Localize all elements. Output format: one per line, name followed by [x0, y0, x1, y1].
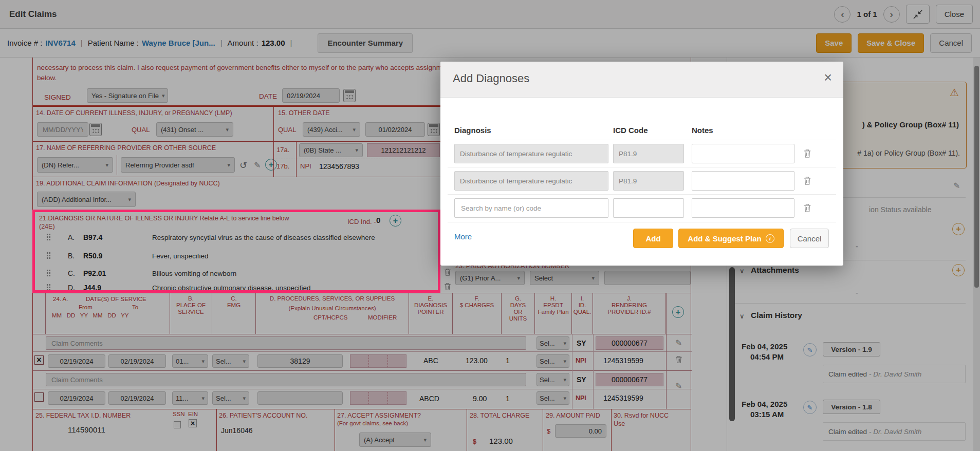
diagnosis-input-disabled: Disturbance of temperature regulatic — [454, 171, 608, 191]
add-diagnoses-modal: Add Diagnoses × Diagnosis ICD Code Notes… — [440, 62, 843, 266]
icd-input-disabled: P81.9 — [613, 171, 684, 191]
divider — [448, 167, 836, 167]
col-icd-code: ICD Code — [613, 126, 648, 135]
icd-input[interactable] — [613, 198, 684, 218]
diagnosis-search-field[interactable] — [460, 204, 603, 213]
modal-title: Add Diagnoses — [453, 72, 529, 85]
divider — [448, 194, 836, 195]
col-diagnosis: Diagnosis — [454, 126, 491, 135]
divider — [448, 140, 836, 140]
notes-field[interactable] — [697, 149, 789, 158]
close-icon[interactable]: × — [824, 70, 832, 86]
more-link[interactable]: More — [454, 232, 472, 241]
trash-icon[interactable] — [803, 149, 811, 158]
edit-claims-screen: Edit Claims ‹ 1 of 1 › Close Invoice # :… — [0, 0, 980, 451]
modal-header: Add Diagnoses × — [440, 62, 843, 98]
icd-field[interactable] — [619, 204, 678, 213]
icd-input-disabled: P81.9 — [613, 144, 684, 163]
trash-icon[interactable] — [803, 203, 811, 213]
diagnosis-search-input[interactable] — [454, 198, 608, 218]
notes-input[interactable] — [692, 144, 794, 163]
add-suggest-plan-button[interactable]: Add & Suggest Plani — [678, 229, 784, 248]
trash-icon[interactable] — [803, 176, 811, 185]
divider — [448, 222, 836, 222]
add-suggest-plan-label: Add & Suggest Plan — [688, 234, 761, 243]
notes-input[interactable] — [692, 198, 794, 218]
notes-field[interactable] — [697, 204, 789, 213]
add-button[interactable]: Add — [633, 229, 673, 248]
info-icon: i — [766, 234, 774, 243]
modal-cancel-button[interactable]: Cancel — [790, 229, 829, 248]
notes-input[interactable] — [692, 171, 794, 191]
col-notes: Notes — [692, 126, 713, 135]
diagnosis-input-disabled: Disturbance of temperature regulatic — [454, 144, 608, 163]
notes-field[interactable] — [697, 177, 789, 185]
